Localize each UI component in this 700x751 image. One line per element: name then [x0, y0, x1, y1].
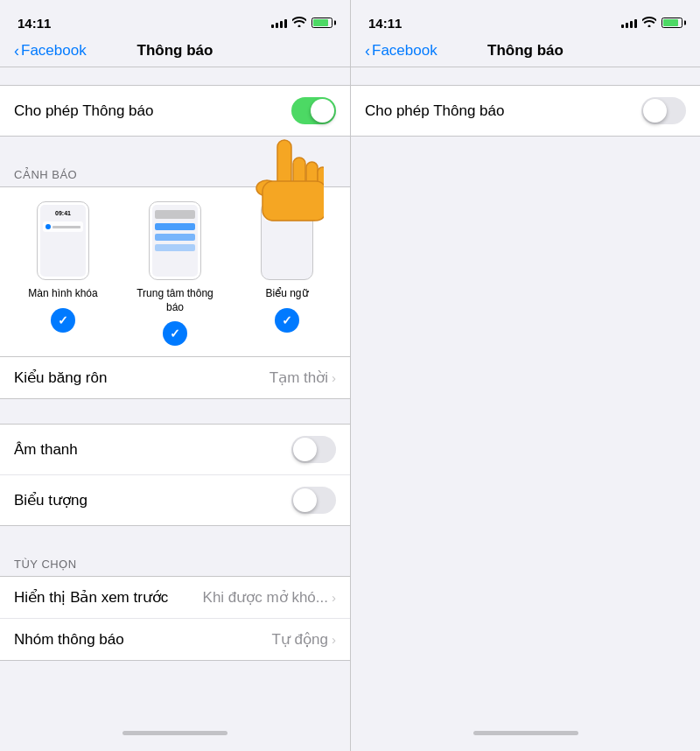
kieu-bang-ron-value: Tạm thời ›	[270, 368, 336, 387]
allow-notifications-group-right: Cho phép Thông báo	[351, 85, 700, 137]
wifi-icon-right	[642, 17, 656, 30]
toggle-thumb-bieu-tuong	[293, 488, 317, 512]
option-check-bieu-ngu: ✓	[275, 308, 299, 333]
nav-bar-left: ‹ Facebook Thông báo	[0, 39, 350, 67]
nhom-thong-bao-label: Nhóm thông báo	[14, 631, 124, 649]
page-title-left: Thông báo	[137, 42, 214, 60]
chevron-right-icon: ›	[332, 370, 336, 385]
option-label-bieu-ngu: Biểu ngữ	[265, 287, 308, 301]
content-left: Cho phép Thông báo CẢNH BÁO 09:41	[0, 67, 350, 721]
bieu-tuong-label: Biểu tượng	[14, 491, 88, 509]
home-indicator-right	[351, 721, 700, 751]
status-icons-left	[271, 17, 332, 30]
status-bar-right: 14:11	[351, 0, 700, 39]
signal-icon-right	[621, 18, 637, 28]
am-thanh-row: Âm thanh	[0, 425, 350, 475]
nav-bar-right: ‹ Facebook Thông báo	[351, 39, 700, 67]
back-button-left[interactable]: ‹ Facebook	[14, 42, 87, 60]
home-indicator-left	[0, 721, 350, 751]
chevron-right-icon-2: ›	[332, 590, 336, 605]
allow-notifications-group-left: Cho phép Thông báo	[0, 85, 350, 137]
option-man-hinh-khoa[interactable]: 09:41 Màn hình khóa ✓	[24, 201, 102, 346]
content-right: Cho phép Thông báo	[351, 67, 700, 721]
status-time-right: 14:11	[368, 16, 402, 31]
allow-notifications-row-left: Cho phép Thông báo	[0, 86, 350, 136]
chevron-left-icon-right: ‹	[365, 43, 370, 59]
kieu-bang-ron-label: Kiểu băng rôn	[14, 368, 107, 387]
bieu-tuong-row: Biểu tượng	[0, 475, 350, 525]
back-button-right[interactable]: ‹ Facebook	[365, 42, 438, 60]
option-trung-tam-thong-bao[interactable]: Trung tâm thông báo ✓	[136, 201, 214, 346]
am-thanh-toggle[interactable]	[291, 436, 336, 463]
allow-notifications-label-right: Cho phép Thông báo	[365, 102, 504, 120]
option-check-man-hinh-khoa: ✓	[51, 308, 75, 333]
option-label-man-hinh-khoa: Màn hình khóa	[28, 287, 97, 301]
mockup-banner	[261, 201, 313, 280]
canh-bao-section-label: CẢNH BÁO	[0, 161, 350, 186]
tuy-chon-section-label: TÙY CHỌN	[0, 551, 350, 576]
status-icons-right	[621, 17, 682, 30]
right-panel: 14:11 ‹ Facebook	[350, 0, 700, 751]
left-panel: 14:11 ‹ Facebook	[0, 0, 350, 751]
battery-icon-right	[662, 18, 682, 28]
option-bieu-ngu[interactable]: Biểu ngữ ✓	[248, 201, 326, 346]
page-title-right: Thông báo	[487, 42, 564, 60]
allow-notifications-toggle-left[interactable]	[291, 97, 336, 124]
status-bar-left: 14:11	[0, 0, 350, 39]
sound-badge-group: Âm thanh Biểu tượng	[0, 424, 350, 526]
mockup-lock-screen: 09:41	[37, 201, 89, 280]
mockup-notification-center	[149, 201, 201, 280]
toggle-thumb-am-thanh	[293, 438, 317, 461]
nhom-thong-bao-row[interactable]: Nhóm thông báo Tự động ›	[0, 619, 350, 660]
toggle-thumb-right	[643, 99, 667, 123]
bieu-tuong-toggle[interactable]	[291, 487, 336, 514]
warning-options-group: 09:41 Màn hình khóa ✓	[0, 186, 350, 357]
hien-thi-ban-xem-truoc-row[interactable]: Hiển thị Bản xem trước Khi được mở khó..…	[0, 577, 350, 619]
hien-thi-ban-xem-truoc-label: Hiển thị Bản xem trước	[14, 588, 168, 607]
wifi-icon-left	[292, 17, 306, 30]
signal-icon-left	[271, 18, 287, 28]
allow-notifications-label-left: Cho phép Thông báo	[14, 102, 153, 120]
kieu-bang-ron-group: Kiểu băng rôn Tạm thời ›	[0, 357, 350, 399]
option-check-trung-tam: ✓	[163, 321, 187, 346]
tuy-chon-group: Hiển thị Bản xem trước Khi được mở khó..…	[0, 576, 350, 661]
status-time-left: 14:11	[18, 16, 51, 31]
chevron-right-icon-3: ›	[332, 632, 336, 647]
allow-notifications-toggle-right[interactable]	[641, 97, 686, 124]
battery-icon-left	[312, 18, 332, 28]
hien-thi-value: Khi được mở khó... ›	[203, 588, 336, 607]
allow-notifications-row-right: Cho phép Thông báo	[351, 86, 700, 136]
toggle-thumb-left	[311, 99, 334, 123]
nhom-thong-bao-value: Tự động ›	[272, 630, 336, 649]
option-label-trung-tam: Trung tâm thông báo	[136, 287, 214, 314]
kieu-bang-ron-row[interactable]: Kiểu băng rôn Tạm thời ›	[0, 357, 350, 398]
am-thanh-label: Âm thanh	[14, 441, 78, 459]
chevron-left-icon: ‹	[14, 43, 19, 59]
